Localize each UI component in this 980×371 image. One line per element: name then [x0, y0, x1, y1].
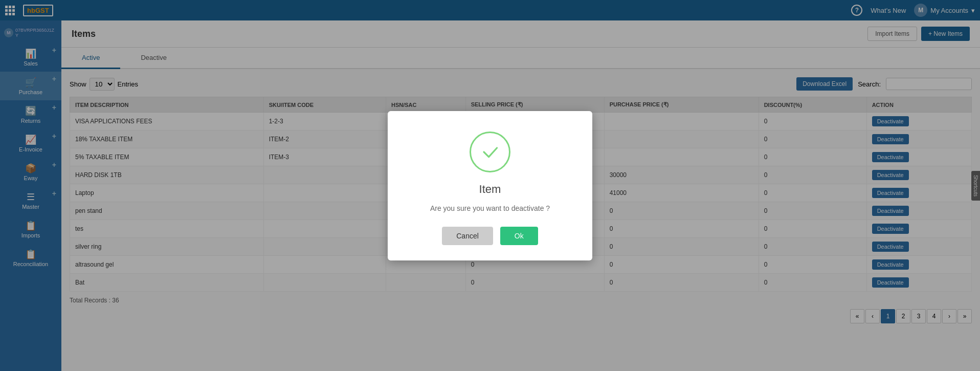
modal-overlay: Item Are you sure you want to deactivate… [0, 0, 980, 371]
modal-check-circle [470, 132, 510, 172]
modal-message: Are you sure you want to deactivate ? [430, 204, 550, 212]
modal-actions: Cancel Ok [442, 227, 538, 245]
modal-title: Item [479, 183, 501, 196]
deactivate-modal: Item Are you sure you want to deactivate… [388, 111, 592, 260]
modal-cancel-button[interactable]: Cancel [442, 227, 493, 245]
modal-ok-button[interactable]: Ok [500, 227, 538, 245]
checkmark-icon [480, 142, 500, 162]
